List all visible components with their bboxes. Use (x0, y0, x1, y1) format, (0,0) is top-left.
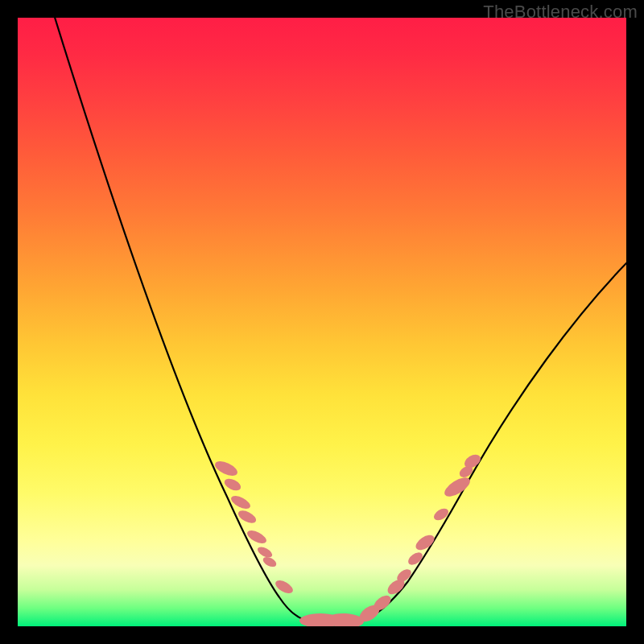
chart-svg (18, 18, 626, 626)
data-markers (213, 452, 483, 626)
chart-frame: TheBottleneck.com (0, 0, 644, 644)
data-marker (222, 477, 242, 493)
plot-area (18, 18, 626, 626)
data-marker (441, 474, 473, 501)
data-marker (327, 613, 365, 626)
curve-line (50, 18, 626, 623)
data-marker (431, 506, 450, 523)
watermark-text: TheBottleneck.com (483, 2, 638, 23)
